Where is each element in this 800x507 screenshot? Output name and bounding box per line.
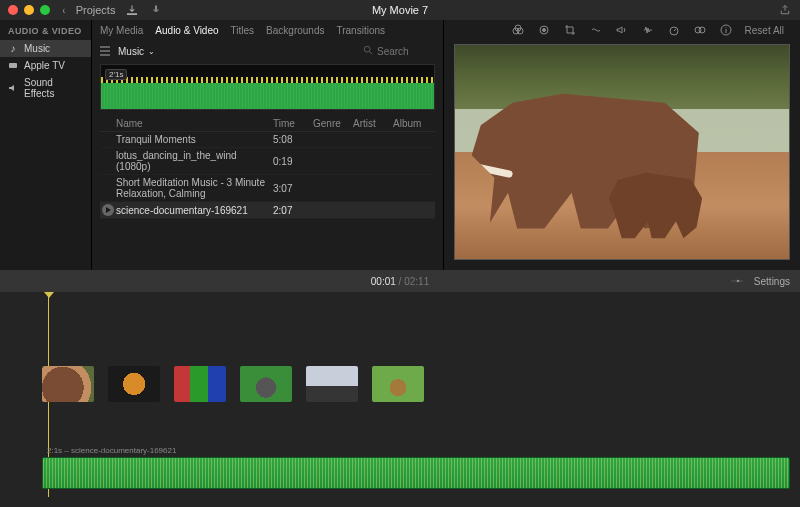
zoom-slider-icon[interactable] (730, 274, 744, 288)
track-row[interactable]: science-documentary-169621 2:07 (100, 202, 435, 219)
stabilize-icon[interactable] (589, 23, 603, 37)
preview-frame[interactable] (454, 44, 790, 260)
source-dropdown[interactable]: Music ⌄ (118, 46, 155, 57)
video-clip-impala[interactable] (372, 366, 424, 402)
chevron-down-icon: ⌄ (148, 47, 155, 56)
music-note-icon: ♪ (8, 44, 18, 54)
library-sidebar: AUDIO & VIDEO ♪ Music Apple TV Sound Eff… (0, 20, 92, 270)
svg-point-12 (737, 280, 739, 282)
audio-clip-label: 2:1s – science-documentary-169621 (47, 446, 176, 455)
waveform-body (101, 83, 434, 109)
import-media-icon[interactable] (125, 3, 139, 17)
noise-icon[interactable] (641, 23, 655, 37)
time-current: 00:01 (371, 276, 396, 287)
track-time: 0:19 (273, 156, 313, 167)
track-name: Short Meditation Music - 3 Minute Relaxa… (116, 177, 273, 199)
back-to-projects-button[interactable]: Projects (76, 4, 116, 16)
sidebar-item-label: Sound Effects (24, 77, 83, 99)
timeline[interactable]: 2:1s – science-documentary-169621 (0, 292, 800, 507)
svg-point-6 (543, 29, 546, 32)
close-window-button[interactable] (8, 5, 18, 15)
search-icon (363, 45, 373, 57)
tracks-table: Name Time Genre Artist Album Tranquil Mo… (92, 112, 443, 219)
sidebar-item-label: Apple TV (24, 60, 65, 71)
video-clip-parrots[interactable] (174, 366, 226, 402)
apple-tv-icon (8, 61, 18, 71)
back-chevron-icon[interactable]: ‹ (63, 4, 66, 16)
speed-icon[interactable] (667, 23, 681, 37)
svg-point-9 (699, 27, 705, 33)
col-name[interactable]: Name (116, 118, 273, 129)
share-icon[interactable] (778, 3, 792, 17)
color-balance-icon[interactable] (511, 23, 525, 37)
video-clip-elephants[interactable] (42, 366, 94, 402)
preview-elephant-calf (609, 169, 703, 242)
svg-rect-0 (9, 63, 17, 68)
record-voiceover-icon[interactable] (149, 3, 163, 17)
reset-all-button[interactable]: Reset All (745, 25, 784, 36)
audio-clip[interactable]: 2:1s – science-documentary-169621 (42, 457, 790, 489)
window-titlebar: ‹ Projects My Movie 7 (0, 0, 800, 20)
svg-point-1 (364, 46, 370, 52)
crop-icon[interactable] (563, 23, 577, 37)
play-track-button[interactable] (102, 204, 114, 216)
track-time: 5:08 (273, 134, 313, 145)
track-name: science-documentary-169621 (116, 205, 273, 216)
time-display: 00:01 / 02:11 (371, 276, 429, 287)
search-field[interactable] (363, 45, 437, 57)
video-clip-penguin[interactable] (306, 366, 358, 402)
window-title: My Movie 7 (372, 4, 428, 16)
tab-backgrounds[interactable]: Backgrounds (266, 25, 324, 36)
minimize-window-button[interactable] (24, 5, 34, 15)
timeline-toolbar: 00:01 / 02:11 Settings (0, 270, 800, 292)
window-controls (8, 5, 50, 15)
video-clip-tiger[interactable] (108, 366, 160, 402)
tab-audio-video[interactable]: Audio & Video (155, 25, 218, 36)
col-genre[interactable]: Genre (313, 118, 353, 129)
time-total: 02:11 (404, 276, 429, 287)
track-row[interactable]: Short Meditation Music - 3 Minute Relaxa… (100, 175, 435, 202)
timeline-settings-button[interactable]: Settings (754, 276, 790, 287)
audio-clip-waveform (43, 458, 789, 488)
source-label: Music (118, 46, 144, 57)
info-icon[interactable] (719, 23, 733, 37)
col-artist[interactable]: Artist (353, 118, 393, 129)
col-album[interactable]: Album (393, 118, 433, 129)
track-name: Tranquil Moments (116, 134, 273, 145)
tab-transitions[interactable]: Transitions (336, 25, 385, 36)
zoom-window-button[interactable] (40, 5, 50, 15)
search-input[interactable] (377, 46, 437, 57)
color-correct-icon[interactable] (537, 23, 551, 37)
tab-titles[interactable]: Titles (231, 25, 255, 36)
waveform-preview[interactable]: 2'1s (100, 64, 435, 110)
preview-viewer: Reset All (444, 20, 800, 270)
sidebar-item-sound-effects[interactable]: Sound Effects (0, 74, 91, 102)
track-row[interactable]: lotus_dancing_in_the_wind (1080p) 0:19 (100, 148, 435, 175)
browser-toolbar: Music ⌄ (92, 40, 443, 62)
track-row[interactable]: Tranquil Moments 5:08 (100, 132, 435, 148)
waveform-peaks (101, 77, 434, 82)
media-browser: My Media Audio & Video Titles Background… (92, 20, 444, 270)
browser-tabs: My Media Audio & Video Titles Background… (92, 20, 443, 40)
viewer-toolbar: Reset All (444, 20, 800, 40)
track-name: lotus_dancing_in_the_wind (1080p) (116, 150, 273, 172)
tracks-header: Name Time Genre Artist Album (100, 116, 435, 132)
sidebar-item-label: Music (24, 43, 50, 54)
upper-region: AUDIO & VIDEO ♪ Music Apple TV Sound Eff… (0, 20, 800, 270)
sidebar-heading: AUDIO & VIDEO (0, 20, 91, 40)
track-time: 3:07 (273, 183, 313, 194)
track-time: 2:07 (273, 205, 313, 216)
video-clip-ape[interactable] (240, 366, 292, 402)
sidebar-item-apple-tv[interactable]: Apple TV (0, 57, 91, 74)
col-time[interactable]: Time (273, 118, 313, 129)
video-clips-row (42, 366, 424, 402)
filter-icon[interactable] (693, 23, 707, 37)
waveform-duration-tag: 2'1s (105, 69, 127, 80)
sidebar-item-music[interactable]: ♪ Music (0, 40, 91, 57)
volume-icon[interactable] (615, 23, 629, 37)
tab-my-media[interactable]: My Media (100, 25, 143, 36)
speaker-icon (8, 83, 18, 93)
list-view-icon[interactable] (98, 44, 112, 58)
